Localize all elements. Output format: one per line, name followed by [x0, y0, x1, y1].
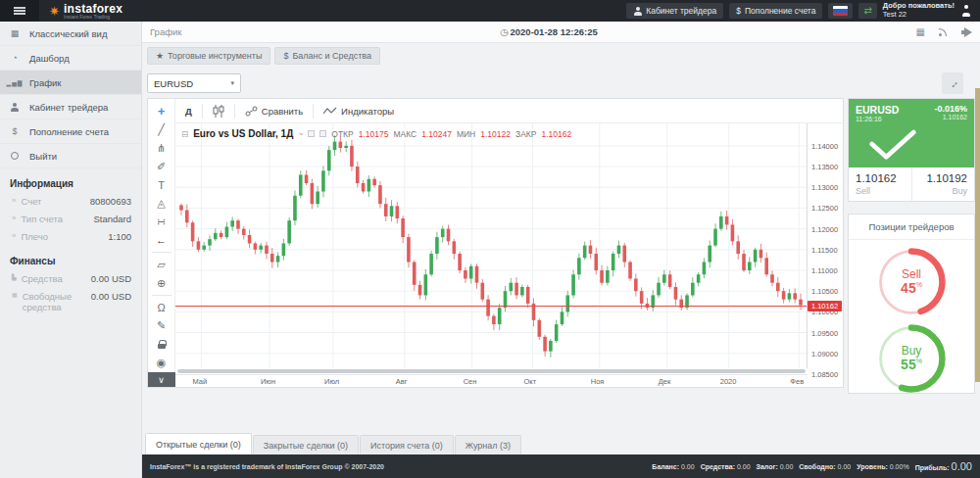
ruler-tool-icon[interactable]: ▱ [151, 256, 172, 273]
grid-mini-icon: ▦ [12, 291, 18, 298]
menu-toggle-button[interactable] [0, 0, 39, 22]
chevron-right-icon: » [12, 214, 16, 222]
scrollbar-handle[interactable] [177, 369, 806, 373]
brand-logo[interactable]: ✷ instaforex Instant Forex Trading [49, 3, 122, 20]
deposit-button[interactable]: $ Пополнение счета [729, 3, 822, 19]
price-tick: 1.09000 [811, 350, 838, 358]
info-label: Плечо [21, 231, 108, 243]
toolbar-collapse-button[interactable]: ∨ [148, 372, 175, 387]
buy-quote[interactable]: 1.10192 Buy [911, 167, 975, 201]
tab-journal[interactable]: Журнал (3) [455, 435, 521, 454]
sidebar-item-trader-cabinet[interactable]: Кабинет трейдера [0, 95, 141, 120]
xabcd-pattern-tool-icon[interactable]: ◬ [151, 195, 172, 213]
brush-tool-icon[interactable]: ✐ [151, 158, 172, 175]
lock-all-tool-icon[interactable] [151, 335, 172, 353]
language-switcher[interactable] [828, 3, 853, 19]
visibility-tool-icon[interactable]: ◉ [151, 354, 172, 371]
deposit-label: Пополнение счета [745, 6, 815, 16]
stat-value: 0.00 [737, 463, 751, 470]
sparkline-check-icon [858, 124, 927, 164]
price-tick: 1.13500 [811, 163, 838, 171]
close-value: 1.10162 [541, 129, 571, 139]
symbol-select[interactable]: EURUSD ▾ [147, 73, 241, 93]
dollar-icon: $ [736, 6, 741, 16]
sell-donut-pct: 45 [901, 280, 916, 296]
chart-style-button[interactable] [203, 104, 235, 119]
legend-toggle-icon[interactable] [308, 130, 315, 137]
text-tool-icon[interactable]: T [151, 176, 172, 194]
quote-card[interactable]: EURUSD 11:26:16 -0.016% 1.10162 [848, 98, 975, 202]
price-axis[interactable]: 1.10162 1.140001.135001.130001.125001.12… [808, 123, 843, 387]
avatar-icon[interactable] [960, 5, 972, 17]
price-tick: 1.09500 [811, 329, 838, 338]
logo-name: instaforex [64, 3, 122, 15]
chart-title: Euro vs US Dollar, 1Д [193, 128, 293, 139]
sidebar-item-label: Пополнение счета [29, 126, 109, 137]
sidebar-item-classic-view[interactable]: ▦ Классический вид [0, 22, 141, 46]
indicators-icon [323, 107, 337, 116]
stat-value: 0.00 [838, 463, 852, 470]
forecast-tool-icon[interactable]: ∺ [151, 214, 172, 231]
time-tick: Окт [524, 377, 537, 386]
compare-icon [245, 106, 258, 117]
sidebar-item-logout[interactable]: Выйти [0, 144, 141, 168]
sidebar: ▦ Классический вид ◔ Дашборд ▂▅▇ График … [0, 22, 142, 478]
pitchfork-tool-icon[interactable]: ⋔ [151, 140, 172, 158]
legend-toggle-icon[interactable] [319, 130, 326, 137]
page-title: График [150, 26, 181, 37]
tab-open-trades[interactable]: Открытые сделки (0) [145, 433, 252, 454]
tab-closed-trades[interactable]: Закрытые сделки (0) [253, 435, 359, 454]
stat-label: Баланс: [652, 463, 679, 470]
profit-label: Прибыль: [915, 464, 950, 471]
page-header: График ◷2020-01-28 12:26:25 ▦ [142, 22, 980, 43]
calendar-icon[interactable]: ▦ [916, 26, 925, 37]
chart-widget: + ╱ ⋔ ✐ T ◬ ∺ ← ▱ ⊕ Ω ✎ [147, 98, 844, 388]
balance-funds-label: Баланс и Средства [292, 51, 371, 61]
power-icon [0, 152, 29, 160]
sell-donut: Sell 45% [875, 246, 948, 318]
chevron-right-icon: » [12, 231, 16, 240]
fullscreen-button[interactable]: ↔ [942, 72, 963, 94]
quote-price: 1.10162 [934, 114, 967, 120]
price-tick: 1.14000 [811, 142, 838, 151]
percent-sign: % [916, 358, 922, 364]
trader-cabinet-button[interactable]: Кабинет трейдера [626, 3, 723, 19]
pencil-lock-tool-icon[interactable]: ✎ [151, 317, 172, 335]
megaphone-icon[interactable] [961, 27, 972, 37]
russian-flag-icon [833, 6, 848, 16]
tab-account-history[interactable]: История счета (0) [360, 435, 454, 454]
sell-quote[interactable]: 1.10162 Sell [849, 167, 911, 201]
time-axis[interactable]: МайИюнИюлАвгСенОктНояДек2020Фев [175, 374, 808, 387]
magnet-tool-icon[interactable]: Ω [151, 299, 172, 316]
candlestick-plot[interactable]: ⊟ Euro vs US Dollar, 1Д ~ ОТКР1.10175 МА… [175, 123, 808, 368]
symbol-row: EURUSD ▾ ↔ [142, 69, 980, 98]
info-section-title: Информация [0, 168, 141, 193]
quote-header: EURUSD 11:26:16 -0.016% 1.10162 [849, 99, 974, 167]
buy-donut: Buy 55% [875, 322, 948, 395]
high-label: МАКС [393, 129, 416, 139]
stat-label: Уровень: [857, 463, 888, 470]
arrow-tool-icon[interactable]: ← [151, 232, 172, 250]
indicators-button[interactable]: Индикаторы [314, 104, 404, 119]
buy-donut-pct: 55 [901, 357, 916, 372]
sidebar-item-dashboard[interactable]: ◔ Дашборд [0, 46, 141, 71]
open-label: ОТКР [331, 129, 353, 139]
sell-price: 1.10162 [856, 172, 905, 184]
trend-line-tool-icon[interactable]: ╱ [151, 121, 172, 139]
rss-icon[interactable] [939, 27, 948, 36]
star-icon: ★ [156, 51, 164, 61]
info-value: 80800693 [90, 196, 131, 207]
info-row-account-type: » Тип счета Standard [0, 211, 141, 228]
compare-button[interactable]: Сравнить [235, 104, 314, 119]
sidebar-item-deposit[interactable]: $ Пополнение счета [0, 120, 141, 144]
collapse-legend-icon[interactable]: ⊟ [181, 129, 188, 139]
dashboard-icon: ◔ [0, 53, 29, 63]
sidebar-item-label: Дашборд [29, 53, 70, 64]
crosshair-tool-icon[interactable]: + [151, 103, 172, 120]
zoom-in-tool-icon[interactable]: ⊕ [151, 274, 172, 292]
sidebar-item-chart[interactable]: ▂▅▇ График [0, 71, 141, 95]
trading-instruments-button[interactable]: ★ Торговые инструменты [147, 47, 270, 65]
exchange-button[interactable]: ⇄ [858, 3, 876, 19]
interval-button[interactable]: Д [175, 104, 203, 119]
balance-funds-button[interactable]: $ Баланс и Средства [274, 47, 380, 65]
